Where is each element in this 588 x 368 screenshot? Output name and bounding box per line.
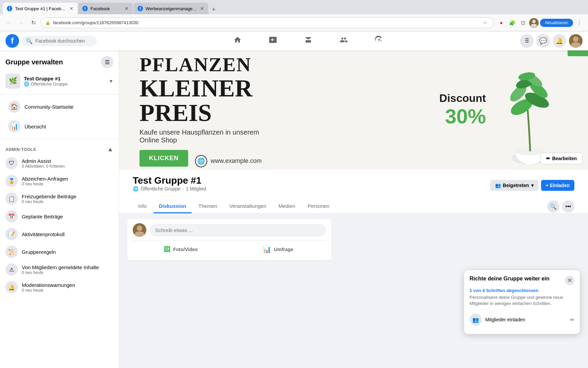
tab-close-3[interactable]: ✕ bbox=[200, 6, 204, 11]
scheduled-icon: 📅 bbox=[5, 210, 18, 223]
forward-btn[interactable]: → bbox=[16, 18, 26, 28]
tab-info[interactable]: Info bbox=[133, 200, 152, 213]
poll-label: Umfrage bbox=[274, 247, 293, 252]
browser-tab-1[interactable]: f Test Gruppe #1 | Facebook ✕ bbox=[3, 3, 78, 14]
community-label: Community-Startseite bbox=[24, 104, 74, 110]
bookmark-icon[interactable]: ☆ bbox=[481, 19, 489, 27]
browser-tab-3[interactable]: f Werbeanzeigenmanager - Wer... ✕ bbox=[133, 3, 208, 14]
banner-sub: Kaufe unsere Hauspflanzen in unserem Onl… bbox=[140, 128, 439, 144]
svg-text:🌿: 🌿 bbox=[9, 77, 17, 85]
nav-home[interactable] bbox=[220, 33, 255, 49]
group-tabs: Info Diskussion Themen Veranstaltungen M… bbox=[133, 200, 574, 213]
reported-label: Von Mitgliedern gemeldete Inhalte bbox=[22, 264, 113, 270]
messenger-btn[interactable]: 💬 bbox=[536, 34, 550, 48]
admin-item-pending[interactable]: 📋 Freizugebende Beiträge 0 neu heute bbox=[0, 190, 119, 208]
extensions-icon[interactable]: 🧩 bbox=[507, 18, 517, 28]
search-input[interactable] bbox=[35, 38, 90, 44]
mod-warnings-icon: 🔔 bbox=[5, 281, 18, 293]
tab-media[interactable]: Medien bbox=[273, 200, 301, 213]
search-tab-btn[interactable]: 🔍 bbox=[547, 200, 559, 213]
admin-item-activity-log[interactable]: 📝 Aktivitätenprotokoll bbox=[0, 225, 119, 243]
discount-pct: 30% bbox=[445, 105, 486, 128]
tab-people[interactable]: Personen bbox=[302, 200, 335, 213]
setup-invite-item[interactable]: 👥 Mitglieder einladen ✏ bbox=[470, 311, 574, 328]
globe-icon: 🌐 bbox=[195, 155, 207, 167]
group-type: 🌐 Öffentliche Gruppe bbox=[24, 81, 105, 87]
refresh-btn[interactable]: ↻ bbox=[29, 18, 38, 28]
group-name-title: Test Gruppe #1 bbox=[133, 175, 206, 186]
rules-info: Gruppenregeln bbox=[22, 249, 113, 255]
edit-cover-btn[interactable]: ✏ Bearbeiten bbox=[540, 153, 583, 164]
tab-events[interactable]: Veranstaltungen bbox=[224, 200, 272, 213]
tab-actions: 🔍 ••• bbox=[547, 200, 574, 213]
fb-logo: f bbox=[5, 34, 19, 48]
notifications-btn[interactable]: 🔔 bbox=[553, 34, 566, 48]
nav-gaming[interactable] bbox=[362, 33, 396, 49]
split-view-icon[interactable]: ⊡ bbox=[518, 18, 528, 28]
tab-topics[interactable]: Themen bbox=[193, 200, 223, 213]
admin-item-scheduled[interactable]: 📅 Geplante Beiträge bbox=[0, 208, 119, 225]
post-box: 🖼 Foto/Video 📊 Umfrage bbox=[127, 219, 331, 260]
admin-assist-icon: 🛡 bbox=[5, 157, 18, 169]
tab-close-2[interactable]: ✕ bbox=[125, 6, 129, 11]
setup-header: Richte deine Gruppe weiter ein ✕ bbox=[470, 276, 574, 285]
setup-close-btn[interactable]: ✕ bbox=[565, 276, 574, 285]
more-tab-btn[interactable]: ••• bbox=[562, 200, 574, 213]
nav-groups[interactable] bbox=[327, 33, 361, 49]
badge-sub: 0 neu heute bbox=[22, 182, 113, 186]
fb-search-bar[interactable]: 🔍 bbox=[22, 36, 97, 46]
sidebar-title: Gruppe verwalten bbox=[5, 58, 63, 66]
browser-profile-icon[interactable] bbox=[529, 18, 539, 28]
community-icon: 🏠 bbox=[8, 101, 20, 113]
extension-icon-red[interactable]: ● bbox=[496, 18, 506, 28]
tab-discussion[interactable]: Diskussion bbox=[153, 200, 192, 213]
invite-btn[interactable]: + Einladen bbox=[541, 180, 574, 191]
rules-label: Gruppenregeln bbox=[22, 249, 113, 255]
admin-item-mod-warnings[interactable]: 🔔 Moderationswarnungen 0 neu heute bbox=[0, 278, 119, 296]
user-avatar[interactable] bbox=[569, 34, 583, 48]
admin-item-rules[interactable]: 📜 Gruppenregeln bbox=[0, 243, 119, 261]
gaming-icon bbox=[375, 36, 383, 46]
overview-label: Übersicht bbox=[24, 124, 46, 129]
menu-icon[interactable]: ⋮ bbox=[574, 18, 584, 28]
apps-btn[interactable]: ⠿ bbox=[520, 34, 534, 48]
nav-marketplace[interactable] bbox=[291, 33, 325, 49]
groups-icon bbox=[340, 36, 348, 46]
photo-video-btn[interactable]: 🖼 Foto/Video bbox=[133, 243, 229, 256]
group-avatar: 🌿 bbox=[5, 74, 20, 89]
admin-collapse-btn[interactable]: ▲ bbox=[107, 146, 113, 153]
update-btn[interactable]: Aktualisieren bbox=[540, 19, 573, 27]
group-item[interactable]: 🌿 Test Gruppe #1 🌐 Öffentliche Gruppe ▼ bbox=[0, 71, 119, 91]
discount-label: Discount bbox=[439, 92, 486, 105]
pending-info: Freizugebende Beiträge 0 neu heute bbox=[22, 194, 113, 204]
setup-item-edit-icon[interactable]: ✏ bbox=[570, 317, 574, 323]
nav-video[interactable] bbox=[256, 33, 290, 49]
scheduled-label: Geplante Beiträge bbox=[22, 214, 113, 219]
admin-item-badge[interactable]: 🏅 Abzeichen-Anfragen 0 neu heute bbox=[0, 172, 119, 190]
url-bar[interactable]: 🔒 facebook.com/groups/11876265987413030 … bbox=[41, 17, 494, 28]
joined-btn[interactable]: 👥 Beigetreten ▾ bbox=[490, 180, 538, 191]
pending-icon: 📋 bbox=[5, 193, 18, 205]
poll-btn[interactable]: 📊 Umfrage bbox=[230, 243, 326, 256]
browser-right-icons: ● 🧩 ⊡ Aktualisieren ⋮ bbox=[496, 18, 584, 28]
sidebar-item-community[interactable]: 🏠 Community-Startseite bbox=[3, 97, 116, 116]
tab-close-1[interactable]: ✕ bbox=[69, 6, 74, 11]
sidebar-toggle-btn[interactable]: ☰ bbox=[101, 56, 113, 68]
post-input[interactable] bbox=[150, 224, 326, 236]
svg-point-2 bbox=[573, 36, 578, 42]
svg-point-0 bbox=[532, 20, 536, 23]
browser-tab-2[interactable]: f Facebook ✕ bbox=[78, 3, 133, 14]
post-actions-row: 🖼 Foto/Video 📊 Umfrage bbox=[133, 241, 326, 256]
admin-item-reported[interactable]: ⚠ Von Mitgliedern gemeldete Inhalte 0 ne… bbox=[0, 261, 119, 278]
post-input-row bbox=[133, 223, 326, 241]
sidebar-item-overview[interactable]: 📊 Übersicht bbox=[3, 117, 116, 136]
reported-info: Von Mitgliedern gemeldete Inhalte 0 neu … bbox=[22, 264, 113, 275]
banner-klicken-btn[interactable]: KLICKEN bbox=[140, 150, 188, 167]
setup-title: Richte deine Gruppe weiter ein bbox=[470, 276, 550, 282]
back-btn[interactable]: ← bbox=[4, 18, 14, 28]
group-title-row: Test Gruppe #1 🌐 Öffentliche Gruppe · 1 … bbox=[133, 175, 574, 200]
new-tab-btn[interactable]: + bbox=[209, 5, 218, 14]
group-actions: 👥 Beigetreten ▾ + Einladen bbox=[490, 180, 574, 191]
joined-icon: 👥 bbox=[495, 183, 501, 188]
admin-item-admin-assist[interactable]: 🛡 Admin Assist 0 Aktivitäten, 0 Kriterie… bbox=[0, 154, 119, 172]
